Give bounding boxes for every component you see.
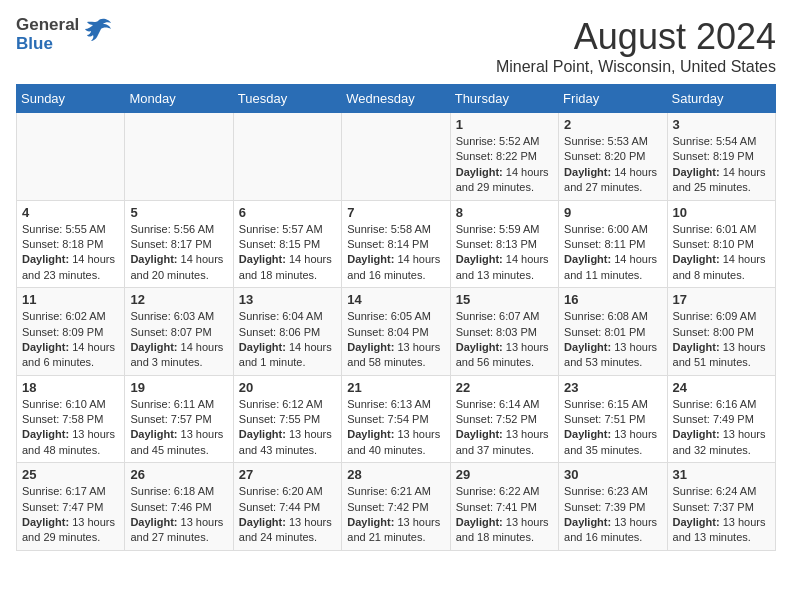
day-info: Sunrise: 6:05 AMSunset: 8:04 PMDaylight:… [347, 309, 444, 371]
day-info: Sunrise: 6:17 AMSunset: 7:47 PMDaylight:… [22, 484, 119, 546]
col-friday: Friday [559, 85, 667, 113]
day-info: Sunrise: 6:01 AMSunset: 8:10 PMDaylight:… [673, 222, 770, 284]
date-number: 6 [239, 205, 336, 220]
page-title: August 2024 [496, 16, 776, 58]
calendar-table: Sunday Monday Tuesday Wednesday Thursday… [16, 84, 776, 551]
day-info: Sunrise: 6:10 AMSunset: 7:58 PMDaylight:… [22, 397, 119, 459]
day-info: Sunrise: 6:16 AMSunset: 7:49 PMDaylight:… [673, 397, 770, 459]
day-info: Sunrise: 6:13 AMSunset: 7:54 PMDaylight:… [347, 397, 444, 459]
date-number: 13 [239, 292, 336, 307]
date-number: 16 [564, 292, 661, 307]
calendar-week-row: 25Sunrise: 6:17 AMSunset: 7:47 PMDayligh… [17, 463, 776, 551]
title-area: August 2024 Mineral Point, Wisconsin, Un… [496, 16, 776, 76]
day-info: Sunrise: 6:08 AMSunset: 8:01 PMDaylight:… [564, 309, 661, 371]
table-row: 9Sunrise: 6:00 AMSunset: 8:11 PMDaylight… [559, 200, 667, 288]
date-number: 4 [22, 205, 119, 220]
day-info: Sunrise: 6:23 AMSunset: 7:39 PMDaylight:… [564, 484, 661, 546]
date-number: 18 [22, 380, 119, 395]
page-header: General Blue August 2024 Mineral Point, … [16, 16, 776, 76]
day-info: Sunrise: 6:14 AMSunset: 7:52 PMDaylight:… [456, 397, 553, 459]
date-number: 2 [564, 117, 661, 132]
table-row: 27Sunrise: 6:20 AMSunset: 7:44 PMDayligh… [233, 463, 341, 551]
day-info: Sunrise: 6:09 AMSunset: 8:00 PMDaylight:… [673, 309, 770, 371]
calendar-week-row: 18Sunrise: 6:10 AMSunset: 7:58 PMDayligh… [17, 375, 776, 463]
day-info: Sunrise: 5:59 AMSunset: 8:13 PMDaylight:… [456, 222, 553, 284]
table-row: 20Sunrise: 6:12 AMSunset: 7:55 PMDayligh… [233, 375, 341, 463]
col-sunday: Sunday [17, 85, 125, 113]
table-row: 19Sunrise: 6:11 AMSunset: 7:57 PMDayligh… [125, 375, 233, 463]
table-row: 10Sunrise: 6:01 AMSunset: 8:10 PMDayligh… [667, 200, 775, 288]
date-number: 26 [130, 467, 227, 482]
table-row: 6Sunrise: 5:57 AMSunset: 8:15 PMDaylight… [233, 200, 341, 288]
date-number: 7 [347, 205, 444, 220]
date-number: 23 [564, 380, 661, 395]
page-subtitle: Mineral Point, Wisconsin, United States [496, 58, 776, 76]
day-info: Sunrise: 6:11 AMSunset: 7:57 PMDaylight:… [130, 397, 227, 459]
date-number: 5 [130, 205, 227, 220]
date-number: 22 [456, 380, 553, 395]
col-saturday: Saturday [667, 85, 775, 113]
table-row: 17Sunrise: 6:09 AMSunset: 8:00 PMDayligh… [667, 288, 775, 376]
day-info: Sunrise: 5:52 AMSunset: 8:22 PMDaylight:… [456, 134, 553, 196]
calendar-week-row: 1Sunrise: 5:52 AMSunset: 8:22 PMDaylight… [17, 113, 776, 201]
logo-bird-icon [83, 17, 113, 49]
table-row: 24Sunrise: 6:16 AMSunset: 7:49 PMDayligh… [667, 375, 775, 463]
day-info: Sunrise: 6:00 AMSunset: 8:11 PMDaylight:… [564, 222, 661, 284]
table-row: 30Sunrise: 6:23 AMSunset: 7:39 PMDayligh… [559, 463, 667, 551]
calendar-header-row: Sunday Monday Tuesday Wednesday Thursday… [17, 85, 776, 113]
date-number: 31 [673, 467, 770, 482]
table-row: 23Sunrise: 6:15 AMSunset: 7:51 PMDayligh… [559, 375, 667, 463]
table-row: 8Sunrise: 5:59 AMSunset: 8:13 PMDaylight… [450, 200, 558, 288]
logo: General Blue [16, 16, 113, 53]
day-info: Sunrise: 6:04 AMSunset: 8:06 PMDaylight:… [239, 309, 336, 371]
date-number: 28 [347, 467, 444, 482]
table-row: 1Sunrise: 5:52 AMSunset: 8:22 PMDaylight… [450, 113, 558, 201]
table-row: 25Sunrise: 6:17 AMSunset: 7:47 PMDayligh… [17, 463, 125, 551]
table-row [342, 113, 450, 201]
table-row: 18Sunrise: 6:10 AMSunset: 7:58 PMDayligh… [17, 375, 125, 463]
date-number: 24 [673, 380, 770, 395]
day-info: Sunrise: 6:24 AMSunset: 7:37 PMDaylight:… [673, 484, 770, 546]
day-info: Sunrise: 5:56 AMSunset: 8:17 PMDaylight:… [130, 222, 227, 284]
table-row: 3Sunrise: 5:54 AMSunset: 8:19 PMDaylight… [667, 113, 775, 201]
day-info: Sunrise: 6:03 AMSunset: 8:07 PMDaylight:… [130, 309, 227, 371]
table-row: 29Sunrise: 6:22 AMSunset: 7:41 PMDayligh… [450, 463, 558, 551]
day-info: Sunrise: 6:07 AMSunset: 8:03 PMDaylight:… [456, 309, 553, 371]
table-row: 28Sunrise: 6:21 AMSunset: 7:42 PMDayligh… [342, 463, 450, 551]
date-number: 1 [456, 117, 553, 132]
table-row: 2Sunrise: 5:53 AMSunset: 8:20 PMDaylight… [559, 113, 667, 201]
date-number: 19 [130, 380, 227, 395]
table-row: 13Sunrise: 6:04 AMSunset: 8:06 PMDayligh… [233, 288, 341, 376]
logo-blue: Blue [16, 35, 79, 54]
col-tuesday: Tuesday [233, 85, 341, 113]
col-monday: Monday [125, 85, 233, 113]
table-row [233, 113, 341, 201]
table-row: 11Sunrise: 6:02 AMSunset: 8:09 PMDayligh… [17, 288, 125, 376]
date-number: 15 [456, 292, 553, 307]
col-thursday: Thursday [450, 85, 558, 113]
logo-general: General [16, 16, 79, 35]
date-number: 10 [673, 205, 770, 220]
date-number: 21 [347, 380, 444, 395]
day-info: Sunrise: 5:57 AMSunset: 8:15 PMDaylight:… [239, 222, 336, 284]
day-info: Sunrise: 6:15 AMSunset: 7:51 PMDaylight:… [564, 397, 661, 459]
day-info: Sunrise: 5:58 AMSunset: 8:14 PMDaylight:… [347, 222, 444, 284]
calendar-week-row: 4Sunrise: 5:55 AMSunset: 8:18 PMDaylight… [17, 200, 776, 288]
day-info: Sunrise: 5:54 AMSunset: 8:19 PMDaylight:… [673, 134, 770, 196]
col-wednesday: Wednesday [342, 85, 450, 113]
table-row: 14Sunrise: 6:05 AMSunset: 8:04 PMDayligh… [342, 288, 450, 376]
day-info: Sunrise: 6:22 AMSunset: 7:41 PMDaylight:… [456, 484, 553, 546]
date-number: 27 [239, 467, 336, 482]
date-number: 8 [456, 205, 553, 220]
table-row: 22Sunrise: 6:14 AMSunset: 7:52 PMDayligh… [450, 375, 558, 463]
day-info: Sunrise: 6:02 AMSunset: 8:09 PMDaylight:… [22, 309, 119, 371]
date-number: 9 [564, 205, 661, 220]
date-number: 11 [22, 292, 119, 307]
day-info: Sunrise: 5:53 AMSunset: 8:20 PMDaylight:… [564, 134, 661, 196]
date-number: 25 [22, 467, 119, 482]
table-row [17, 113, 125, 201]
table-row: 12Sunrise: 6:03 AMSunset: 8:07 PMDayligh… [125, 288, 233, 376]
table-row: 21Sunrise: 6:13 AMSunset: 7:54 PMDayligh… [342, 375, 450, 463]
table-row: 26Sunrise: 6:18 AMSunset: 7:46 PMDayligh… [125, 463, 233, 551]
table-row: 15Sunrise: 6:07 AMSunset: 8:03 PMDayligh… [450, 288, 558, 376]
